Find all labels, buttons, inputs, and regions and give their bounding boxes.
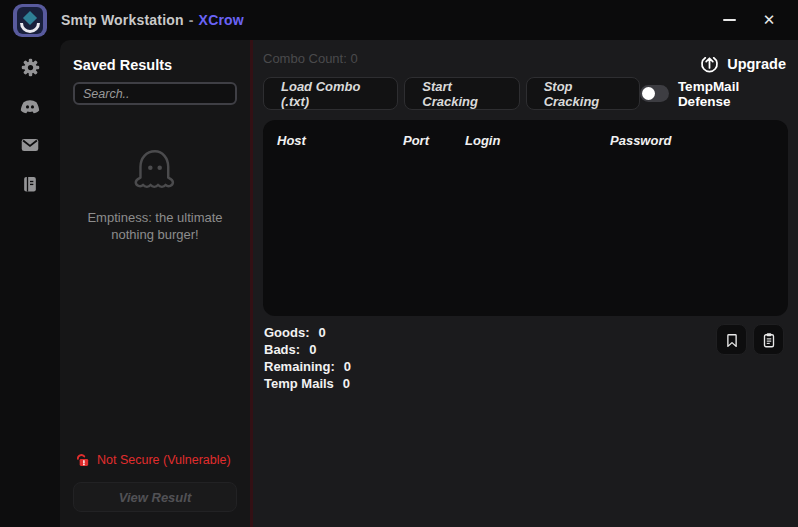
logs-icon[interactable] bbox=[19, 173, 41, 195]
empty-state: Emptiness: the ultimate nothing burger! bbox=[73, 141, 237, 243]
unlocked-lock-icon bbox=[74, 451, 91, 469]
clipboard-button[interactable] bbox=[753, 324, 784, 355]
minimize-icon bbox=[723, 19, 736, 21]
window-title: Smtp Workstation-XCrow bbox=[61, 12, 244, 28]
stat-goods: Goods:0 bbox=[264, 324, 351, 341]
stat-label: Temp Mails bbox=[264, 375, 334, 392]
mail-icon[interactable] bbox=[19, 134, 41, 156]
window-controls: ✕ bbox=[714, 5, 798, 35]
saved-results-header: Saved Results bbox=[73, 57, 237, 73]
tempmail-label: TempMail Defense bbox=[678, 79, 786, 109]
upgrade-label: Upgrade bbox=[727, 56, 786, 72]
settings-icon[interactable] bbox=[19, 56, 41, 78]
bookmark-icon bbox=[723, 331, 741, 349]
titlebar: Smtp Workstation-XCrow ✕ bbox=[0, 0, 798, 40]
sidebar-rail bbox=[0, 40, 60, 527]
app-title-text: Smtp Workstation bbox=[61, 12, 184, 28]
ghost-icon bbox=[125, 141, 185, 201]
search-input[interactable] bbox=[73, 82, 237, 105]
tempmail-defense-control: TempMail Defense bbox=[640, 79, 786, 109]
brand-name: XCrow bbox=[199, 12, 244, 28]
load-combo-button[interactable]: Load Combo (.txt) bbox=[263, 77, 398, 110]
start-cracking-button[interactable]: Start Cracking bbox=[404, 77, 519, 110]
column-header-password: Password bbox=[610, 133, 788, 148]
empty-state-text: Emptiness: the ultimate nothing burger! bbox=[79, 209, 231, 243]
stat-label: Bads: bbox=[264, 341, 300, 358]
toggle-knob bbox=[642, 87, 655, 100]
saved-results-panel: Saved Results Emptiness: the ultimate no… bbox=[60, 40, 250, 527]
stat-value: 0 bbox=[319, 324, 326, 341]
tempmail-toggle[interactable] bbox=[640, 85, 669, 102]
stat-remaining: Remaining:0 bbox=[264, 358, 351, 375]
stat-label: Goods: bbox=[264, 324, 310, 341]
security-status-text: Not Secure (Vulnerable) bbox=[97, 453, 231, 467]
app-logo-icon bbox=[13, 4, 47, 37]
results-table: Host Port Login Password bbox=[263, 120, 788, 316]
stat-value: 0 bbox=[343, 375, 350, 392]
content-area: Saved Results Emptiness: the ultimate no… bbox=[0, 40, 798, 527]
stat-value: 0 bbox=[309, 341, 316, 358]
table-header-row: Host Port Login Password bbox=[277, 133, 788, 148]
title-separator: - bbox=[189, 12, 194, 28]
stat-bads: Bads:0 bbox=[264, 341, 351, 358]
result-action-buttons bbox=[716, 324, 784, 355]
stat-value: 0 bbox=[344, 358, 351, 375]
stats-block: Goods:0 Bads:0 Remaining:0 Temp Mails0 bbox=[263, 324, 351, 392]
stop-cracking-button[interactable]: Stop Cracking bbox=[526, 77, 641, 110]
minimize-button[interactable] bbox=[714, 5, 744, 35]
app-window: Smtp Workstation-XCrow ✕ bbox=[0, 0, 798, 527]
upgrade-button[interactable]: Upgrade bbox=[699, 53, 786, 74]
stat-temp-mails: Temp Mails0 bbox=[264, 375, 351, 392]
discord-icon[interactable] bbox=[19, 95, 41, 117]
column-header-login: Login bbox=[465, 133, 610, 148]
main-area: Combo Count: 0 Upgrade Load Combo (.txt)… bbox=[253, 40, 798, 527]
column-header-port: Port bbox=[403, 133, 465, 148]
view-result-button[interactable]: View Result bbox=[73, 482, 237, 512]
upgrade-icon bbox=[699, 53, 720, 74]
close-button[interactable]: ✕ bbox=[754, 5, 784, 35]
stat-label: Remaining: bbox=[264, 358, 335, 375]
clipboard-icon bbox=[760, 331, 778, 349]
column-header-host: Host bbox=[277, 133, 403, 148]
combo-count-label: Combo Count: 0 bbox=[263, 51, 358, 66]
action-buttons: Load Combo (.txt) Start Cracking Stop Cr… bbox=[263, 77, 640, 110]
bookmark-button[interactable] bbox=[716, 324, 747, 355]
security-status: Not Secure (Vulnerable) bbox=[73, 451, 237, 469]
